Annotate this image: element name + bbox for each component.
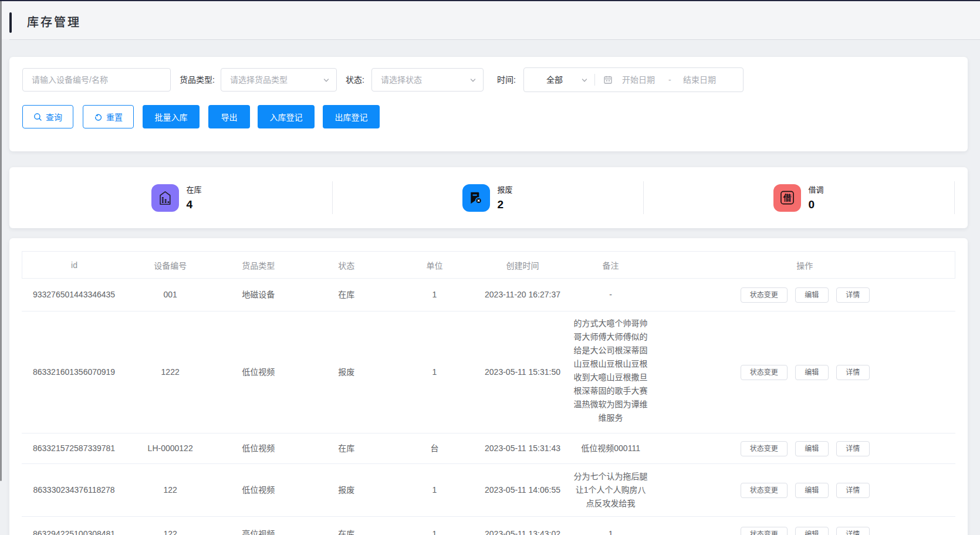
svg-text:借: 借 [782,191,791,203]
